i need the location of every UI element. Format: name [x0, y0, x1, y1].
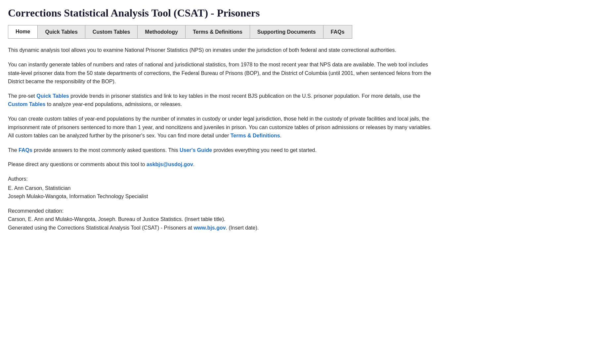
email-link[interactable]: askbjs@usdoj.gov — [147, 162, 193, 167]
nav-item-terms[interactable]: Terms & Definitions — [186, 25, 250, 38]
users-guide-link[interactable]: User's Guide — [180, 147, 212, 153]
faqs-pre: The — [8, 147, 19, 153]
quick-tables-link[interactable]: Quick Tables — [36, 93, 69, 99]
authors-section: Authors: E. Ann Carson, Statistician Jos… — [8, 175, 438, 201]
nav-item-custom-tables[interactable]: Custom Tables — [85, 25, 138, 38]
nav-item-home[interactable]: Home — [8, 25, 38, 38]
faqs-mid: provide answers to the most commonly ask… — [32, 147, 180, 153]
main-content: This dynamic analysis tool allows you to… — [8, 46, 438, 232]
nav-item-methodology[interactable]: Methodology — [138, 25, 186, 38]
terms-definitions-link[interactable]: Terms & Definitions — [231, 133, 280, 138]
quick-tables-pre: The pre-set — [8, 93, 36, 99]
intro-paragraph: This dynamic analysis tool allows you to… — [8, 46, 438, 55]
custom-tables-paragraph: You can create custom tables of year-end… — [8, 115, 438, 140]
citation-section: Recommended citation: Carson, E. Ann and… — [8, 207, 438, 232]
citation-label: Recommended citation: — [8, 207, 438, 215]
nav-item-faqs[interactable]: FAQs — [323, 25, 352, 38]
custom-tables-pre: You can create custom tables of year-end… — [8, 116, 432, 138]
contact-post: . — [193, 162, 194, 167]
quick-tables-paragraph: The pre-set Quick Tables provide trends … — [8, 92, 438, 109]
contact-pre: Please direct any questions or comments … — [8, 162, 147, 167]
faqs-link[interactable]: FAQs — [19, 147, 32, 153]
citation-line-1: Carson, E. Ann and Mulako-Wangota, Josep… — [8, 215, 438, 224]
bjs-gov-link[interactable]: www.bjs.gov — [193, 225, 226, 231]
author-1: E. Ann Carson, Statistician — [8, 184, 438, 193]
citation-line2-pre: Generated using the Corrections Statisti… — [8, 225, 193, 231]
data-description-paragraph: You can instantly generate tables of num… — [8, 60, 438, 86]
faqs-paragraph: The FAQs provide answers to the most com… — [8, 146, 438, 155]
nav-item-quick-tables[interactable]: Quick Tables — [38, 25, 85, 38]
quick-tables-mid: provide trends in prisoner statistics an… — [69, 93, 420, 99]
citation-line-2: Generated using the Corrections Statisti… — [8, 224, 438, 232]
authors-label: Authors: — [8, 175, 438, 183]
quick-tables-post: to analyze year-end populations, admissi… — [46, 101, 182, 107]
main-nav: Home Quick Tables Custom Tables Methodol… — [8, 25, 352, 39]
contact-paragraph: Please direct any questions or comments … — [8, 160, 438, 169]
citation-line2-post: . (Insert date). — [226, 225, 259, 231]
page-title: Corrections Statistical Analysis Tool (C… — [8, 7, 588, 19]
custom-tables-post: . — [280, 133, 281, 138]
nav-item-supporting-docs[interactable]: Supporting Documents — [250, 25, 323, 38]
faqs-post: provides everything you need to get star… — [212, 147, 317, 153]
custom-tables-link-1[interactable]: Custom Tables — [8, 101, 46, 107]
author-2: Joseph Mulako-Wangota, Information Techn… — [8, 192, 438, 201]
